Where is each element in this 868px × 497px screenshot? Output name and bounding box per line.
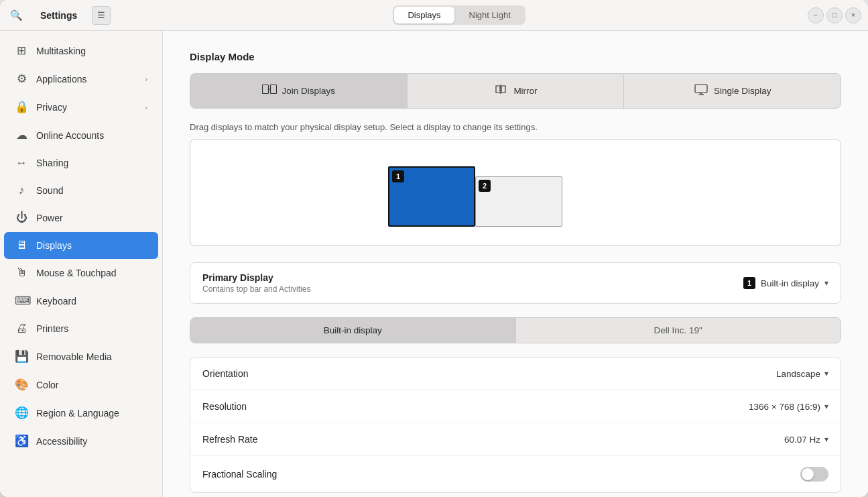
mirror-icon bbox=[493, 83, 508, 99]
refresh-rate-row: Refresh Rate 60.07 Hz ▾ bbox=[190, 423, 841, 456]
monitor-1-label: 1 bbox=[392, 170, 404, 182]
resolution-label: Resolution bbox=[202, 401, 749, 412]
toggle-track[interactable] bbox=[800, 467, 828, 482]
join-displays-button[interactable]: Join Displays bbox=[190, 74, 408, 108]
sidebar-item-label: Privacy bbox=[36, 102, 67, 113]
menu-button[interactable]: ☰ bbox=[92, 6, 111, 25]
primary-display-row: Primary Display Contains top bar and Act… bbox=[190, 263, 841, 303]
content-area: Display Mode Join Displays bbox=[163, 31, 868, 497]
resolution-text: 1366 × 768 (16:9) bbox=[749, 402, 820, 412]
removable-media-icon: 💾 bbox=[15, 349, 28, 364]
region-language-icon: 🌐 bbox=[15, 406, 28, 420]
chevron-right-icon: › bbox=[145, 75, 147, 83]
drag-instruction: Drag displays to match your physical dis… bbox=[190, 122, 841, 132]
sidebar-item-label: Power bbox=[36, 213, 63, 223]
titlebar-left: 🔍 Settings ☰ bbox=[7, 6, 111, 25]
sidebar-item-label: Mouse & Touchpad bbox=[36, 268, 117, 278]
fractional-scaling-toggle[interactable] bbox=[800, 467, 828, 482]
accessibility-icon: ♿ bbox=[15, 434, 28, 448]
displays-icon: 🖥 bbox=[15, 239, 28, 252]
sidebar-item-multitasking[interactable]: ⊞ Multitasking bbox=[4, 37, 158, 64]
sidebar-item-label: Displays bbox=[36, 240, 72, 251]
sidebar-item-privacy[interactable]: 🔒 Privacy › bbox=[4, 93, 158, 121]
resolution-chevron-icon: ▾ bbox=[824, 402, 828, 411]
applications-icon: ⚙ bbox=[15, 72, 28, 86]
chevron-right-icon: › bbox=[145, 103, 147, 111]
sidebar-item-sound[interactable]: ♪ Sound bbox=[4, 177, 158, 204]
maximize-button[interactable]: □ bbox=[826, 7, 843, 23]
sidebar-item-label: Sound bbox=[36, 185, 63, 196]
primary-display-name: Built-in display bbox=[761, 278, 819, 288]
window-title: Settings bbox=[40, 10, 77, 21]
mouse-touchpad-icon: 🖱 bbox=[15, 266, 28, 280]
sharing-icon: ↔ bbox=[15, 156, 28, 170]
resolution-value[interactable]: 1366 × 768 (16:9) ▾ bbox=[749, 402, 828, 412]
sidebar-item-color[interactable]: 🎨 Color bbox=[4, 371, 158, 398]
refresh-rate-text: 60.07 Hz bbox=[784, 435, 820, 445]
svg-rect-1 bbox=[270, 85, 276, 94]
tab-dell-display[interactable]: Dell Inc. 19" bbox=[516, 318, 841, 343]
sidebar-item-printers[interactable]: 🖨 Printers bbox=[4, 315, 158, 342]
sidebar-item-region-language[interactable]: 🌐 Region & Language bbox=[4, 399, 158, 427]
primary-display-sub: Contains top bar and Activities bbox=[202, 284, 743, 294]
search-button[interactable]: 🔍 bbox=[7, 6, 25, 25]
sidebar-item-power[interactable]: ⏻ Power bbox=[4, 205, 158, 231]
sidebar-item-label: Multitasking bbox=[36, 46, 86, 56]
titlebar-center: Displays Night Light bbox=[111, 5, 808, 25]
orientation-row: Orientation Landscape ▾ bbox=[190, 357, 841, 390]
primary-display-text: Primary Display Contains top bar and Act… bbox=[202, 272, 743, 294]
mirror-button[interactable]: Mirror bbox=[408, 74, 625, 108]
single-display-button[interactable]: Single Display bbox=[624, 74, 841, 108]
privacy-icon: 🔒 bbox=[15, 100, 28, 114]
join-displays-icon bbox=[262, 83, 277, 99]
join-displays-label: Join Displays bbox=[282, 86, 336, 96]
sound-icon: ♪ bbox=[15, 184, 28, 197]
sidebar-item-mouse-touchpad[interactable]: 🖱 Mouse & Touchpad bbox=[4, 260, 158, 286]
orientation-text: Landscape bbox=[776, 369, 820, 379]
app-window: 🔍 Settings ☰ Displays Night Light − □ × … bbox=[0, 0, 868, 497]
sidebar-item-displays[interactable]: 🖥 Displays bbox=[4, 232, 158, 259]
monitor-1[interactable]: 1 bbox=[388, 166, 475, 227]
tab-builtin-display[interactable]: Built-in display bbox=[190, 318, 516, 343]
display-canvas[interactable]: 1 2 bbox=[190, 139, 841, 246]
toggle-thumb bbox=[802, 468, 814, 480]
display-mode-title: Display Mode bbox=[190, 51, 841, 62]
chevron-down-icon: ▾ bbox=[824, 278, 828, 288]
refresh-rate-chevron-icon: ▾ bbox=[824, 435, 828, 444]
orientation-value[interactable]: Landscape ▾ bbox=[776, 369, 828, 379]
primary-display-value[interactable]: 1 Built-in display ▾ bbox=[743, 277, 828, 289]
sidebar-item-keyboard[interactable]: ⌨ Keyboard bbox=[4, 287, 158, 315]
fractional-scaling-label: Fractional Scaling bbox=[202, 469, 800, 480]
svg-rect-3 bbox=[695, 85, 707, 93]
tab-night-light[interactable]: Night Light bbox=[456, 7, 524, 23]
header-tab-group: Displays Night Light bbox=[393, 5, 525, 25]
minimize-button[interactable]: − bbox=[808, 7, 824, 23]
sidebar-item-removable-media[interactable]: 💾 Removable Media bbox=[4, 343, 158, 370]
sidebar-item-label: Printers bbox=[36, 323, 68, 334]
close-button[interactable]: × bbox=[845, 7, 861, 23]
tab-displays[interactable]: Displays bbox=[394, 7, 454, 23]
orientation-chevron-icon: ▾ bbox=[824, 369, 828, 378]
svg-rect-0 bbox=[262, 85, 268, 94]
display-tab-row: Built-in display Dell Inc. 19" bbox=[190, 317, 841, 343]
sidebar-item-label: Online Accounts bbox=[36, 130, 104, 141]
refresh-rate-label: Refresh Rate bbox=[202, 434, 784, 445]
display-settings-card: Orientation Landscape ▾ Resolution 1366 … bbox=[190, 357, 841, 493]
sidebar-item-applications[interactable]: ⚙ Applications › bbox=[4, 65, 158, 93]
display-mode-buttons: Join Displays Mirror bbox=[190, 73, 841, 109]
sidebar-item-accessibility[interactable]: ♿ Accessibility bbox=[4, 427, 158, 455]
sidebar-item-label: Region & Language bbox=[36, 408, 119, 419]
printers-icon: 🖨 bbox=[15, 322, 28, 335]
sidebar-item-sharing[interactable]: ↔ Sharing bbox=[4, 150, 158, 176]
refresh-rate-value[interactable]: 60.07 Hz ▾ bbox=[784, 435, 828, 445]
keyboard-icon: ⌨ bbox=[15, 294, 28, 308]
monitor-2-label: 2 bbox=[479, 180, 491, 192]
resolution-row: Resolution 1366 × 768 (16:9) ▾ bbox=[190, 390, 841, 423]
sidebar-item-label: Color bbox=[36, 380, 58, 390]
sidebar-item-label: Applications bbox=[36, 74, 87, 85]
power-icon: ⏻ bbox=[15, 211, 28, 225]
sidebar-item-label: Keyboard bbox=[36, 296, 76, 307]
sidebar-item-online-accounts[interactable]: ☁ Online Accounts bbox=[4, 121, 158, 149]
orientation-label: Orientation bbox=[202, 368, 776, 379]
monitor-2[interactable]: 2 bbox=[475, 176, 562, 227]
